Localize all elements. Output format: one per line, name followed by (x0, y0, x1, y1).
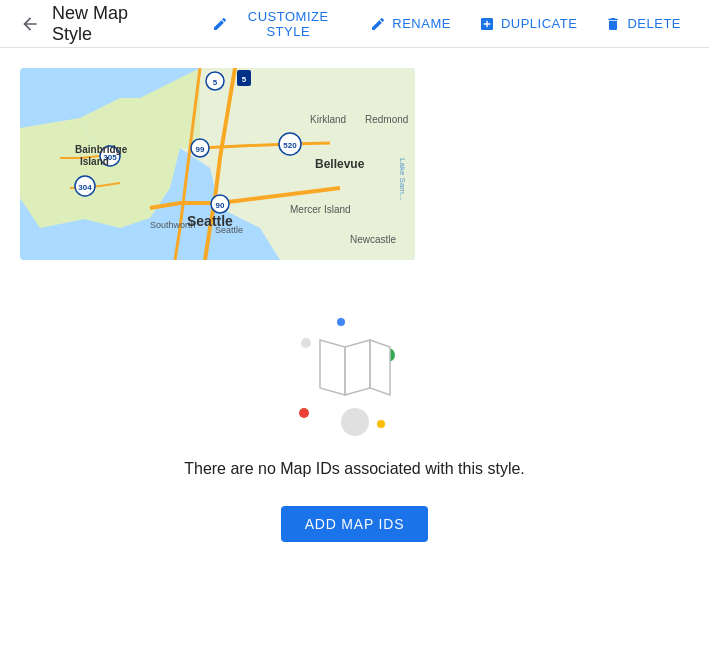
svg-text:Bellevue: Bellevue (315, 157, 365, 171)
svg-text:304: 304 (78, 183, 92, 192)
back-button[interactable] (16, 10, 44, 38)
delete-button[interactable]: DELETE (593, 10, 693, 38)
page-header: New Map Style CUSTOMIZE STYLE RENAME DUP… (0, 0, 709, 48)
svg-text:99: 99 (196, 145, 205, 154)
customize-style-button[interactable]: CUSTOMIZE STYLE (200, 3, 354, 45)
header-actions: CUSTOMIZE STYLE RENAME DUPLICATE DELETE (200, 3, 693, 45)
duplicate-icon (479, 16, 495, 32)
svg-text:5: 5 (213, 78, 218, 87)
map-illustration (285, 300, 425, 440)
svg-marker-31 (370, 340, 390, 395)
customize-style-label: CUSTOMIZE STYLE (234, 9, 342, 39)
page-title: New Map Style (52, 3, 168, 45)
dot-blue (337, 318, 345, 326)
dot-gray-small (301, 338, 311, 348)
edit-pencil-icon (212, 16, 228, 32)
svg-marker-30 (345, 340, 370, 395)
empty-message: There are no Map IDs associated with thi… (184, 460, 525, 478)
dot-gray-large (341, 408, 369, 436)
svg-text:Seattle: Seattle (187, 213, 233, 229)
delete-label: DELETE (627, 16, 681, 31)
folded-map-icon (315, 335, 395, 405)
svg-text:Island: Island (80, 156, 109, 167)
svg-text:Mercer Island: Mercer Island (290, 204, 351, 215)
add-map-ids-button[interactable]: ADD MAP IDS (281, 506, 429, 542)
duplicate-label: DUPLICATE (501, 16, 578, 31)
svg-text:Bainbridge: Bainbridge (75, 144, 128, 155)
svg-text:Kirkland: Kirkland (310, 114, 346, 125)
dot-yellow (377, 420, 385, 428)
duplicate-button[interactable]: DUPLICATE (467, 10, 590, 38)
map-preview: 5 99 90 520 305 304 Bainbridge Island So… (20, 68, 415, 260)
rename-button[interactable]: RENAME (358, 10, 463, 38)
svg-text:520: 520 (283, 141, 297, 150)
rename-label: RENAME (392, 16, 451, 31)
svg-text:Redmond: Redmond (365, 114, 408, 125)
svg-text:90: 90 (216, 201, 225, 210)
dot-red (299, 408, 309, 418)
rename-icon (370, 16, 386, 32)
svg-text:Newcastle: Newcastle (350, 234, 397, 245)
svg-text:5: 5 (242, 75, 247, 84)
main-content: 5 99 90 520 305 304 Bainbridge Island So… (0, 48, 709, 562)
svg-text:Lake Sam...: Lake Sam... (398, 158, 407, 201)
svg-marker-29 (320, 340, 345, 395)
trash-icon (605, 16, 621, 32)
empty-state: There are no Map IDs associated with thi… (20, 300, 689, 542)
